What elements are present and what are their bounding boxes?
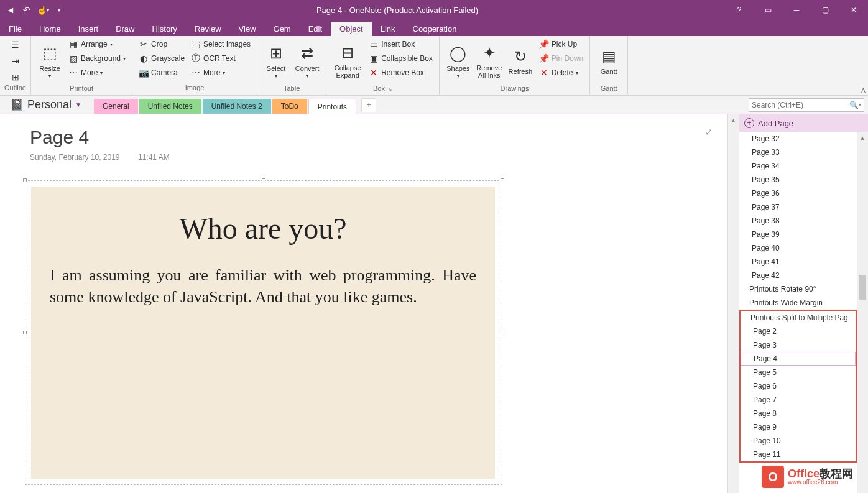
window-controls: ? ▭ ─ ▢ ✕ bbox=[725, 0, 868, 20]
delete-button[interactable]: ✕Delete ▾ bbox=[537, 66, 586, 80]
touch-mode-button[interactable]: ☝▾ bbox=[36, 3, 50, 17]
undo-button[interactable]: ↶ bbox=[20, 3, 34, 17]
page-item[interactable]: Page 35 bbox=[739, 173, 868, 187]
ocr-button[interactable]: ⓉOCR Text bbox=[188, 52, 253, 65]
table-select-button[interactable]: ⊞Select▾ bbox=[261, 37, 291, 85]
search-input[interactable] bbox=[752, 101, 849, 109]
page-item[interactable]: Printouts Rotate 90° bbox=[739, 282, 868, 296]
maximize-button[interactable]: ▢ bbox=[811, 0, 839, 20]
scroll-up[interactable]: ▲ bbox=[728, 114, 739, 126]
page-item[interactable]: Page 2 bbox=[741, 325, 856, 338]
search-box[interactable]: 🔍▾ bbox=[749, 98, 864, 112]
page-item[interactable]: Page 37 bbox=[739, 200, 868, 214]
camera-button[interactable]: 📷Camera bbox=[136, 66, 187, 80]
page-item[interactable]: Page 38 bbox=[739, 214, 868, 228]
grayscale-button[interactable]: ◐Grayscale bbox=[136, 52, 187, 65]
page-item[interactable]: Page 5 bbox=[741, 366, 856, 379]
page-item[interactable]: Page 6 bbox=[741, 379, 856, 393]
printout-more-button[interactable]: ⋯More ▾ bbox=[66, 66, 128, 80]
page-canvas[interactable]: Page 4 Sunday, February 10, 2019 11:41 A… bbox=[0, 114, 727, 493]
page-item[interactable]: Printouts Wide Margin bbox=[739, 296, 868, 310]
shapes-button[interactable]: ◯Shapes▾ bbox=[443, 37, 473, 85]
insert-box-button[interactable]: ▭Insert Box bbox=[366, 37, 435, 51]
page-item[interactable]: Page 32 bbox=[739, 132, 868, 145]
qat-customize-button[interactable]: ▾ bbox=[52, 3, 66, 17]
page-item[interactable]: Page 41 bbox=[739, 255, 868, 269]
page-item[interactable]: Page 7 bbox=[741, 393, 856, 407]
expand-icon[interactable]: ⤢ bbox=[705, 127, 713, 137]
outline-btn2[interactable]: ⇥ bbox=[8, 54, 23, 68]
ribbon-group-image: ✂Crop ◐Grayscale 📷Camera ⬚Select Images … bbox=[132, 36, 257, 95]
canvas-scrollbar[interactable]: ▲ ▼ bbox=[727, 114, 739, 493]
page-item[interactable]: Page 42 bbox=[739, 269, 868, 282]
pickup-icon: 📌 bbox=[539, 39, 549, 49]
section-tab[interactable]: Unfiled Notes bbox=[139, 99, 201, 114]
page-item[interactable]: Page 8 bbox=[741, 407, 856, 420]
select-images-button[interactable]: ⬚Select Images bbox=[188, 37, 253, 51]
collapse-expand-button[interactable]: ⊟Collapse Expand bbox=[330, 37, 365, 85]
gantt-button[interactable]: ▤Gantt bbox=[594, 37, 624, 85]
help-button[interactable]: ? bbox=[725, 0, 754, 20]
menutab-cooperation[interactable]: Cooperation bbox=[404, 22, 466, 36]
notebook-selector[interactable]: 📓 Personal ▼ bbox=[4, 98, 88, 112]
background-button[interactable]: ▨Background ▾ bbox=[66, 52, 128, 65]
notebook-bar: 📓 Personal ▼ GeneralUnfiled NotesUnfiled… bbox=[0, 96, 868, 114]
menutab-history[interactable]: History bbox=[144, 22, 186, 36]
scroll-up[interactable]: ▲ bbox=[857, 132, 868, 143]
remove-box-button[interactable]: ✕Remove Box bbox=[366, 66, 435, 80]
page-item[interactable]: Page 4 bbox=[741, 352, 856, 366]
image-more-button[interactable]: ⋯More ▾ bbox=[188, 66, 253, 80]
page-item[interactable]: Page 9 bbox=[741, 420, 856, 434]
section-tab[interactable]: General bbox=[94, 99, 138, 114]
remove-inks-button[interactable]: ✦Remove All Inks bbox=[474, 37, 504, 85]
resize-button[interactable]: ⬚Resize▾ bbox=[35, 37, 65, 85]
page-item[interactable]: Page 10 bbox=[741, 434, 856, 448]
minimize-button[interactable]: ─ bbox=[782, 0, 811, 20]
page-list: Page 32Page 33Page 34Page 35Page 36Page … bbox=[739, 132, 868, 493]
page-item[interactable]: Page 11 bbox=[741, 448, 856, 461]
outline-btn1[interactable]: ☰ bbox=[8, 38, 23, 52]
arrange-button[interactable]: ▦Arrange ▾ bbox=[66, 37, 128, 51]
printout-image[interactable]: Who are you? I am assuming you are famil… bbox=[31, 187, 495, 479]
pickup-button[interactable]: 📌Pick Up bbox=[537, 37, 586, 51]
menutab-insert[interactable]: Insert bbox=[70, 22, 108, 36]
page-item[interactable]: Page 34 bbox=[739, 159, 868, 173]
close-button[interactable]: ✕ bbox=[839, 0, 868, 20]
collapsible-box-button[interactable]: ▣Collapsible Box bbox=[366, 52, 435, 65]
menutab-draw[interactable]: Draw bbox=[107, 22, 143, 36]
table-convert-button[interactable]: ⇄Convert▾ bbox=[292, 37, 322, 85]
ribbon-display-button[interactable]: ▭ bbox=[754, 0, 782, 20]
menutab-file[interactable]: File bbox=[0, 22, 30, 36]
ribbon-collapse-button[interactable]: ᐱ bbox=[861, 87, 866, 94]
outline-btn3[interactable]: ⊞ bbox=[8, 70, 23, 84]
pagelist-scrollbar[interactable]: ▲ ▼ bbox=[857, 132, 868, 493]
back-button[interactable]: ◄ bbox=[4, 3, 17, 17]
menutab-home[interactable]: Home bbox=[30, 22, 70, 36]
menutab-object[interactable]: Object bbox=[331, 22, 372, 36]
section-tab[interactable]: Unfiled Notes 2 bbox=[203, 99, 271, 114]
page-title[interactable]: Page 4 bbox=[30, 127, 89, 148]
add-section-button[interactable]: + bbox=[361, 98, 376, 112]
page-item[interactable]: Page 39 bbox=[739, 228, 868, 241]
more-icon: ⋯ bbox=[191, 68, 201, 78]
scroll-thumb[interactable] bbox=[859, 275, 866, 300]
pindown-button[interactable]: 📌Pin Down bbox=[537, 52, 586, 65]
menutab-edit[interactable]: Edit bbox=[300, 22, 331, 36]
refresh-button[interactable]: ↻Refresh bbox=[506, 37, 535, 85]
box-launcher[interactable]: ↘ bbox=[387, 86, 392, 92]
page-item[interactable]: Page 3 bbox=[741, 338, 856, 352]
page-item[interactable]: Page 36 bbox=[739, 187, 868, 200]
page-item[interactable]: Printouts Split to Multiple Pag bbox=[741, 311, 856, 325]
add-page-button[interactable]: + Add Page bbox=[739, 114, 868, 132]
menutab-review[interactable]: Review bbox=[186, 22, 230, 36]
ribbon-group-gantt: ▤Gantt Gantt bbox=[590, 36, 628, 95]
crop-button[interactable]: ✂Crop bbox=[136, 37, 187, 51]
menutab-view[interactable]: View bbox=[230, 22, 265, 36]
section-tab[interactable]: ToDo bbox=[272, 99, 307, 114]
page-item[interactable]: Page 40 bbox=[739, 241, 868, 255]
page-item[interactable]: Page 33 bbox=[739, 145, 868, 159]
select-icon: ⬚ bbox=[191, 39, 201, 49]
menutab-link[interactable]: Link bbox=[372, 22, 404, 36]
menutab-gem[interactable]: Gem bbox=[265, 22, 300, 36]
section-tab[interactable]: Printouts bbox=[308, 99, 356, 114]
